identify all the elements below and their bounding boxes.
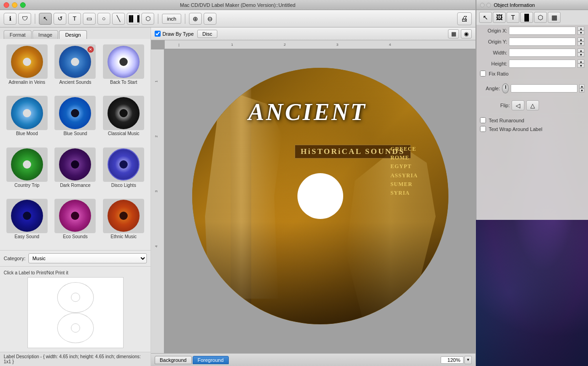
zoom-dropdown-button[interactable]: ▼ — [464, 356, 472, 364]
width-input[interactable] — [509, 49, 576, 57]
origin-x-up[interactable]: ▲ — [577, 27, 584, 31]
obj-barcode-tool[interactable]: ▐▌ — [520, 12, 533, 23]
fix-ratio-checkbox[interactable] — [480, 71, 486, 76]
minimize-button[interactable] — [12, 2, 17, 8]
width-row: Width: ▲ ▼ — [476, 47, 588, 58]
print-button[interactable]: 🖨 — [457, 12, 472, 25]
obj-min-btn[interactable] — [486, 3, 491, 7]
list-item[interactable]: Eco Sounds — [52, 197, 99, 246]
list-item[interactable]: ✕ Ancient Sounds — [52, 43, 99, 92]
obj-close-btn[interactable] — [480, 3, 485, 7]
angle-input[interactable] — [511, 84, 577, 93]
width-down[interactable]: ▼ — [577, 53, 584, 57]
draw-by-type-checkbox[interactable] — [155, 31, 161, 37]
height-down[interactable]: ▼ — [577, 64, 584, 68]
origin-y-up[interactable]: ▲ — [577, 38, 584, 42]
list-item[interactable]: Disco Lights — [100, 146, 147, 195]
status-bar: Label Description - { width: 4.65 inch; … — [0, 352, 151, 366]
eye-view-button[interactable]: ◉ — [461, 29, 472, 38]
preview-disc-top[interactable] — [57, 282, 94, 313]
flip-horizontal-button[interactable]: ◁ — [512, 100, 524, 110]
list-item[interactable]: Ethnic Music — [100, 197, 147, 246]
unit-button[interactable]: inch — [162, 14, 181, 24]
height-input[interactable] — [509, 60, 576, 68]
obj-image-tool[interactable]: 🖼 — [493, 12, 506, 23]
width-up[interactable]: ▲ — [577, 49, 584, 53]
shield-button[interactable]: 🛡 — [18, 13, 31, 25]
disc-thumbnail — [108, 97, 140, 129]
zoom-out-button[interactable]: ⊖ — [204, 13, 216, 25]
obj-fill-tool[interactable]: ▦ — [548, 12, 561, 23]
angle-up[interactable]: ▲ — [579, 84, 584, 88]
list-item[interactable]: Dark Romance — [52, 146, 99, 195]
list-item[interactable]: Blue Mood — [4, 94, 50, 143]
cd-title: ANCIENT — [248, 98, 367, 126]
obj-toolbar: ↖ 🖼 T ▐▌ ⬡ ▦ — [476, 10, 588, 25]
preview-disc-bottom[interactable] — [57, 313, 94, 344]
template-label: Disco Lights — [111, 183, 136, 188]
list-item[interactable]: Classical Music — [100, 94, 147, 143]
list-item[interactable]: Easy Sound — [4, 197, 50, 246]
obj-select-tool[interactable]: ↖ — [479, 12, 492, 23]
height-up[interactable]: ▲ — [577, 60, 584, 64]
canvas-scroll-area[interactable]: | 1 2 3 4 1 2 3 4 — [151, 40, 475, 353]
tab-design[interactable]: Design — [59, 30, 86, 39]
list-item[interactable]: Blue Sound — [52, 94, 99, 143]
category-select[interactable]: Music Movies Games — [28, 253, 147, 263]
disc-thumbnail — [59, 148, 91, 180]
list-item[interactable]: Adrenalin in Veins — [4, 43, 50, 92]
origin-x-down[interactable]: ▼ — [577, 31, 584, 35]
canvas-area: Draw By Type Disc ▦ ◉ | 1 2 3 — [151, 27, 475, 366]
origin-y-input[interactable] — [509, 38, 576, 46]
origin-x-input[interactable] — [509, 27, 576, 35]
info-button[interactable]: ℹ — [4, 13, 16, 25]
rotate-tool[interactable]: ↺ — [54, 13, 66, 25]
template-label: Country Trip — [15, 183, 39, 188]
origin-y-stepper: ▲ ▼ — [577, 38, 584, 46]
disc-hole — [23, 212, 31, 220]
rect-tool[interactable]: ▭ — [83, 13, 96, 25]
ellipse-tool[interactable]: ○ — [97, 13, 110, 25]
svg-text:2: 2 — [284, 43, 286, 47]
template-thumb — [6, 96, 48, 130]
flip-label: Flip: — [480, 103, 510, 108]
select-tool[interactable]: ↖ — [39, 13, 52, 25]
text-runaround-checkbox[interactable] — [480, 117, 486, 123]
remove-button[interactable]: ✕ — [87, 46, 94, 53]
flip-vertical-button[interactable]: △ — [526, 100, 539, 110]
disc-hole — [23, 109, 31, 117]
line-tool[interactable]: ╲ — [112, 13, 125, 25]
disc-button[interactable]: Disc — [197, 30, 217, 38]
image-tool[interactable]: ⬡ — [141, 13, 154, 25]
svg-text:|: | — [178, 43, 179, 47]
obj-shape-tool[interactable]: ⬡ — [534, 12, 547, 23]
angle-knob[interactable] — [502, 83, 509, 93]
barcode-tool[interactable]: ▐▌▐ — [127, 13, 140, 25]
disc-hole — [119, 212, 128, 220]
svg-text:3: 3 — [336, 43, 339, 47]
foreground-tab[interactable]: Foreground — [193, 356, 229, 364]
cd-disc[interactable]: ANCIENT HiSTORiCAL SOUNDS GREECE ROME EG… — [192, 68, 448, 324]
maximize-button[interactable] — [20, 2, 26, 8]
grid-view-button[interactable]: ▦ — [448, 29, 459, 38]
toolbar-separator-1 — [35, 14, 35, 24]
disc-hole — [71, 109, 79, 117]
tab-image[interactable]: Image — [32, 30, 59, 39]
list-item[interactable]: Back To Start — [100, 43, 147, 92]
disc-thumbnail — [59, 200, 91, 232]
template-label: Classical Music — [108, 131, 140, 137]
text-tool[interactable]: T — [68, 13, 81, 25]
disc-hole — [71, 160, 79, 169]
origin-y-down[interactable]: ▼ — [577, 42, 584, 46]
template-label: Blue Mood — [16, 131, 38, 137]
background-tab[interactable]: Background — [155, 356, 192, 364]
text-wrap-checkbox[interactable] — [480, 126, 486, 132]
zoom-in-button[interactable]: ⊕ — [189, 13, 202, 25]
obj-text-tool[interactable]: T — [507, 12, 519, 23]
list-item[interactable]: Country Trip — [4, 146, 50, 195]
height-label: Height: — [480, 61, 507, 66]
tab-format[interactable]: Format — [4, 30, 32, 39]
angle-label: Angle: — [480, 86, 500, 91]
angle-down[interactable]: ▼ — [579, 88, 584, 93]
close-button[interactable] — [4, 2, 9, 8]
